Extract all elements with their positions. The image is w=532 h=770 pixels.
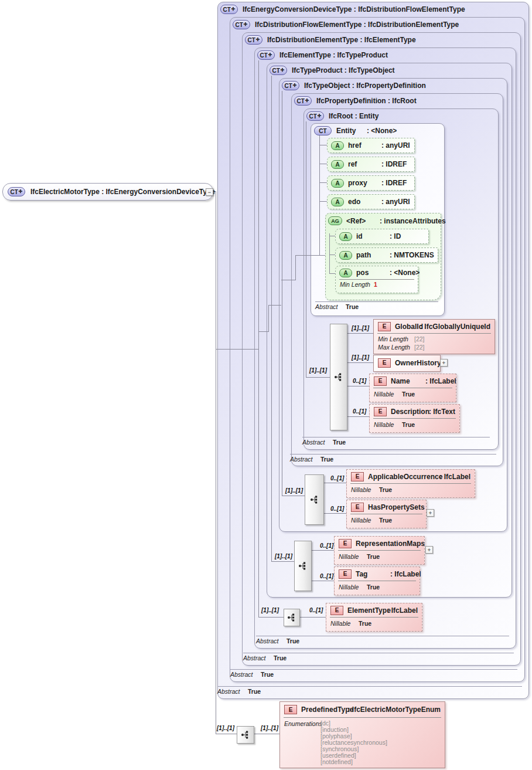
header-ifcelementtype: CT✚ IfcElementType : IfcTypeProduct xyxy=(257,49,388,61)
sequence-icon xyxy=(241,730,250,740)
element-badge: E xyxy=(330,606,343,615)
element-elementtype[interactable]: E ElementType : IfcLabel NillableTrue xyxy=(326,603,422,632)
attribute-badge: A xyxy=(331,160,344,169)
sequence-icon xyxy=(334,372,343,382)
connector-line xyxy=(216,349,258,350)
connector-line xyxy=(319,145,327,145)
xsd-diagram-canvas: AG <Ref> : instanceAttributes A href : a… xyxy=(0,0,532,770)
sequence-indicator xyxy=(330,324,347,430)
element-tag[interactable]: E Tag : IfcLabel NillableTrue xyxy=(334,567,420,595)
element-representationmaps[interactable]: E RepresentationMaps NillableTrue xyxy=(334,536,425,565)
multiplicity-label: [1]..[1] xyxy=(275,553,292,559)
header-title: IfcDistributionElementType : IfcElementT… xyxy=(267,36,416,44)
attribute-type: : IDREF xyxy=(381,179,407,187)
connector-line xyxy=(271,561,294,562)
complex-type-icon: CT✚ xyxy=(220,5,238,14)
connector-line xyxy=(258,60,259,617)
header-ifcenergyconversiondevicetype: CT✚ IfcEnergyConversionDeviceType : IfcD… xyxy=(220,4,465,15)
facet-label: Abstract xyxy=(230,671,261,678)
facet-label: Enumerations xyxy=(284,720,320,727)
facet-value: True xyxy=(261,671,274,678)
abstract-facet-ifcdistributionelementtype: Abstract True xyxy=(243,654,287,662)
connector-line xyxy=(216,191,216,734)
header-ifcpropertydefinition: CT✚ IfcPropertyDefinition : IfcRoot xyxy=(294,95,417,107)
connector-line xyxy=(282,496,305,496)
facet-label: Abstract xyxy=(315,303,346,310)
collapse-toggle[interactable]: − xyxy=(206,188,213,196)
header-title: IfcDistributionFlowElementType : IfcDist… xyxy=(255,21,459,29)
abstract-facet-ifcelementtype: Abstract True xyxy=(256,637,299,645)
connector-line xyxy=(329,236,335,236)
connector-line xyxy=(346,416,369,417)
element-badge: E xyxy=(351,503,364,512)
complex-type-icon: CT✚ xyxy=(270,66,287,75)
facet-label: Min Length xyxy=(340,281,374,288)
connector-line xyxy=(319,182,327,183)
root-element-ifcelectricmotortype[interactable]: CT✚ IfcElectricMotorType : IfcEnergyConv… xyxy=(2,183,213,201)
facet-value: True xyxy=(379,517,392,524)
element-type: : IfcLabel xyxy=(439,473,470,481)
complex-type-icon: CT✚ xyxy=(306,111,324,121)
header-title: IfcElementType : IfcTypeProduct xyxy=(279,51,388,59)
multiplicity-label: 0..[1] xyxy=(330,506,344,512)
attribute-name: path xyxy=(356,251,386,259)
expand-toggle[interactable]: + xyxy=(440,359,448,367)
header-entity: CT Entity : <None> xyxy=(314,125,397,137)
element-applicableoccurrence[interactable]: E ApplicableOccurrence : IfcLabel Nillab… xyxy=(346,469,475,498)
element-haspropertysets[interactable]: E HasPropertySets NillableTrue xyxy=(346,500,427,528)
connector-line xyxy=(323,513,346,514)
facet-label: Abstract xyxy=(256,637,287,645)
facet-value: 1 xyxy=(374,281,377,288)
element-name: PredefinedType xyxy=(301,705,344,714)
enumeration-values: [dc] [induction] [polyphase] [reluctance… xyxy=(320,720,387,765)
connector-line xyxy=(299,617,326,618)
facet-label: Nillable xyxy=(339,553,367,560)
facet-value: True xyxy=(346,303,359,310)
header-ifcroot: CT✚ IfcRoot : Entity xyxy=(306,110,378,122)
attribute-id[interactable]: A id : ID xyxy=(335,229,429,244)
facet-label: Min Length xyxy=(378,335,414,342)
element-predefinedtype[interactable]: E PredefinedType : IfcElectricMotorTypeE… xyxy=(279,701,445,768)
attribute-pos[interactable]: A pos : <None> Min Length 1 xyxy=(335,266,418,293)
element-name[interactable]: E Name : IfcLabel NillableTrue xyxy=(369,374,456,402)
connector-line xyxy=(295,255,296,280)
element-type: : IfcLabel xyxy=(390,570,421,578)
attribute-proxy[interactable]: A proxy : IDREF xyxy=(327,175,415,191)
connector-line xyxy=(281,280,295,280)
connector-line xyxy=(346,333,373,334)
facet-label: Abstract xyxy=(217,688,248,695)
attribute-badge: A xyxy=(331,198,344,206)
element-ownerhistory[interactable]: E OwnerHistory xyxy=(373,355,441,372)
attribute-edo[interactable]: A edo : anyURI xyxy=(327,194,415,209)
attribute-path[interactable]: A path : NMTOKENS xyxy=(335,247,438,263)
root-element-label: IfcElectricMotorType : IfcEnergyConversi… xyxy=(30,188,215,196)
separator xyxy=(243,653,514,653)
multiplicity-label: [1]..[1] xyxy=(309,367,327,374)
expand-toggle[interactable]: + xyxy=(425,546,433,554)
element-description[interactable]: E Description : IfcText NillableTrue xyxy=(369,404,460,433)
element-badge: E xyxy=(339,539,352,548)
abstract-facet-entity: Abstract True xyxy=(315,303,359,310)
header-ifctypeobject: CT✚ IfcTypeObject : IfcPropertyDefinitio… xyxy=(282,80,426,91)
element-globalid[interactable]: E GlobalId : IfcGloballyUniqueId Min Len… xyxy=(373,319,495,354)
attribute-href[interactable]: A href : anyURI xyxy=(327,138,415,153)
header-title: Entity xyxy=(336,127,362,135)
connector-line xyxy=(319,164,327,164)
facet-label: Nillable xyxy=(330,620,359,627)
expand-toggle[interactable]: + xyxy=(427,509,434,517)
attribute-ref[interactable]: A ref : IDREF xyxy=(327,157,415,172)
facet-value: True xyxy=(320,456,333,463)
element-type: : IfcElectricMotorTypeEnum xyxy=(348,705,441,714)
complex-type-icon: CT✚ xyxy=(245,35,262,45)
separator xyxy=(256,636,509,636)
separator xyxy=(302,437,490,437)
multiplicity-label: 0..[1] xyxy=(353,408,366,415)
attribute-type: : anyURI xyxy=(381,198,410,206)
facet-value: True xyxy=(333,439,346,446)
connector-line xyxy=(323,483,346,483)
connector-line xyxy=(329,273,335,274)
attribute-name: pos xyxy=(356,269,386,277)
connector-line xyxy=(329,233,330,273)
sequence-icon xyxy=(287,612,296,623)
attribute-name: edo xyxy=(348,198,377,206)
